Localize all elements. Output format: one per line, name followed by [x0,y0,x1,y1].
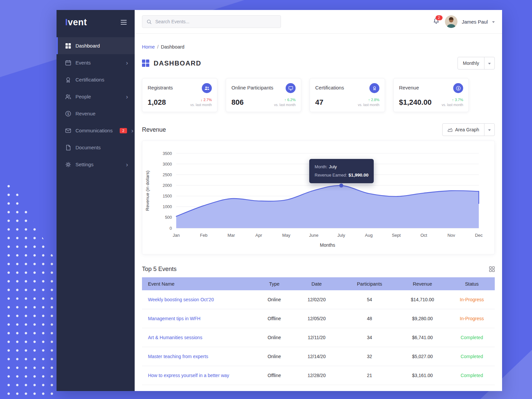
svg-text:0: 0 [170,226,172,231]
svg-text:500: 500 [165,215,172,220]
svg-text:Mar: Mar [227,233,235,238]
page-title-row: DASHBOARD Monthly [142,57,495,69]
breadcrumb: Home/Dashboard [142,44,495,50]
envelope-icon [65,128,71,134]
sidebar-item-label: People [75,94,91,99]
search-input[interactable] [155,19,276,25]
event-name-link[interactable]: How to express yourself in a better way [148,373,229,378]
event-name-link[interactable]: Weekly boosting session Oct’20 [148,297,214,302]
sidebar-item-events[interactable]: Events › [57,54,135,71]
main-content: 2 James Paul Home/Dashboard DASHBOARD Mo… [135,10,502,391]
user-name[interactable]: James Paul [462,19,488,25]
sidebar-item-certifications[interactable]: Certifications [57,71,135,88]
column-header-date: Date [290,277,343,290]
stat-delta: ↑ 2.8% [358,98,379,102]
column-header-event-name: Event Name [142,277,258,290]
stat-delta-note: vs. last month [274,103,296,107]
page-title: DASHBOARD [154,60,201,67]
breadcrumb-current: Dashboard [161,44,185,50]
dollar-icon: $ [453,83,463,93]
gear-icon [65,162,71,168]
chevron-down-icon [484,124,494,136]
notification-count-badge: 2 [436,15,443,20]
event-name-link[interactable]: Art & Humanities sessions [148,335,202,340]
stat-card-revenue: Revenue $ $1,240.00 ↑ 3.7% vs. last mont… [393,78,469,112]
event-date: 12/02/20 [290,290,343,309]
sidebar-item-settings[interactable]: Settings › [57,156,135,173]
svg-text:Revenue (in dollars): Revenue (in dollars) [145,171,150,211]
page-body: Home/Dashboard DASHBOARD Monthly Registr… [135,34,502,391]
event-date: 12/05/20 [290,309,343,328]
svg-text:Jan: Jan [173,233,180,238]
column-header-participants: Participants [343,277,396,290]
stat-delta: ↑ 6.2% [274,98,296,102]
svg-text:2000: 2000 [163,183,172,188]
status-badge: Completed [449,328,495,347]
svg-text:Months: Months [320,242,335,248]
sidebar-item-label: Communications [75,128,113,133]
avatar[interactable] [445,15,458,28]
period-select-value: Monthly [458,57,484,69]
sidebar-item-revenue[interactable]: $ Revenue [57,105,135,122]
svg-text:1000: 1000 [163,204,172,209]
search-box [142,15,281,28]
stat-delta-note: vs. last month [190,103,212,107]
sidebar-item-people[interactable]: People › [57,88,135,105]
svg-text:3000: 3000 [163,162,172,167]
svg-text:3500: 3500 [163,151,172,156]
status-badge: In-Progress [449,309,495,328]
top-events-title: Top 5 Events [142,266,177,273]
people-icon [65,94,71,100]
stat-value: $1,240.00 [399,98,432,107]
stat-value: 1,028 [148,98,166,107]
stat-cards: Registrants 1,028 ↓ 2.7% vs. last month … [142,78,495,112]
event-participants: 21 [343,366,396,385]
calendar-icon [65,60,71,66]
graph-type-select[interactable]: Area Graph [442,123,495,136]
sidebar-item-label: Revenue [75,111,95,116]
event-name-link[interactable]: Master teaching from experts [148,354,208,359]
sidebar-item-label: Documents [75,145,101,150]
sidebar-item-dashboard[interactable]: Dashboard [57,37,135,54]
svg-text:Nov: Nov [448,233,456,238]
search-icon [147,19,152,24]
chevron-right-icon: › [126,60,128,66]
breadcrumb-separator: / [157,44,159,50]
period-select[interactable]: Monthly [458,57,495,69]
chevron-right-icon: › [126,93,128,100]
svg-text:Sept: Sept [392,233,401,238]
sidebar-item-documents[interactable]: Documents [57,139,135,156]
stat-card-registrants: Registrants 1,028 ↓ 2.7% vs. last month [142,78,217,112]
event-revenue: $3,161.00 [396,366,449,385]
svg-text:Dec: Dec [475,233,483,238]
stat-label: Registrants [148,83,173,90]
notifications-button[interactable]: 2 [432,17,441,27]
sidebar-item-communications[interactable]: Communications 2 › [57,122,135,139]
table-header-row: Event Name Type Date Participants Revenu… [142,277,495,290]
chevron-down-icon[interactable] [492,21,495,23]
area-chart-icon [448,128,453,132]
app-logo: Ivent [65,17,87,28]
stat-delta-note: vs. last month [442,103,463,107]
grid-view-icon[interactable] [489,266,495,272]
event-type: Online [258,290,290,309]
svg-text:May: May [282,233,291,238]
dashboard-grid-icon [142,60,149,67]
breadcrumb-home-link[interactable]: Home [142,44,155,50]
table-row: Management tips in WFH Offline 12/05/20 … [142,309,495,328]
app-window: Ivent Dashboard Events › Certifications … [57,10,502,391]
table-row: How to express yourself in a better way … [142,366,495,385]
stat-card-online-participants: Online Participants 806 ↑ 6.2% vs. last … [226,78,301,112]
svg-text:Aug: Aug [365,233,373,238]
event-date: 12/14/20 [290,347,343,366]
graph-type-value: Area Graph [455,127,479,132]
column-header-revenue: Revenue [396,277,449,290]
revenue-section-title: Revenue [142,126,166,133]
svg-text:July: July [337,233,345,238]
menu-toggle-icon[interactable] [119,19,128,26]
sidebar-item-label: Events [75,60,91,66]
revenue-section-header: Revenue Area Graph [142,123,495,136]
event-participants: 32 [343,347,396,366]
status-badge: Completed [449,347,495,366]
event-name-link[interactable]: Management tips in WFH [148,316,200,321]
